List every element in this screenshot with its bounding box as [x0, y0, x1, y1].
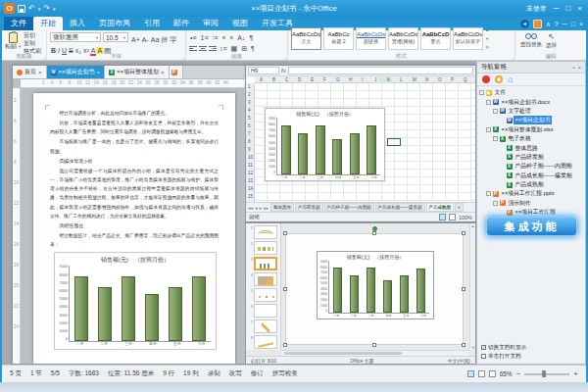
slide-thumbnail-6[interactable]: [254, 304, 277, 318]
vertical-ruler[interactable]: 24681012141618202224: [13, 88, 21, 364]
menu-tab-审阅[interactable]: 审阅: [196, 17, 225, 30]
tree-expander-icon[interactable]: −: [486, 100, 491, 105]
sheet-tab-整体思路[interactable]: 整体思路: [270, 203, 294, 212]
row-header-14[interactable]: 14: [248, 186, 253, 191]
row-header-1[interactable]: 1: [248, 84, 251, 89]
selection-handle[interactable]: [283, 343, 287, 347]
shading-icon[interactable]: ▦: [230, 44, 239, 53]
undo-dropdown-icon[interactable]: ▾: [38, 4, 41, 14]
slide-thumbnail-7[interactable]: [254, 319, 277, 333]
align-left-icon[interactable]: [189, 45, 197, 52]
row-header-15[interactable]: 15: [248, 194, 253, 199]
selection-handle[interactable]: [283, 287, 287, 291]
app-logo-icon[interactable]: O: [4, 3, 15, 14]
sheet-nav-icon[interactable]: ◂: [255, 205, 258, 211]
line-spacing-icon[interactable]: ↕≡: [219, 44, 228, 53]
doc-tab-首页[interactable]: 首页×: [13, 66, 47, 78]
selection-handle[interactable]: [372, 343, 376, 347]
column-headers[interactable]: ABCDEFGHIJKLMNOPQ: [255, 76, 475, 83]
column-header-L[interactable]: L: [400, 77, 403, 82]
collapse-ribbon-icon[interactable]: ∧: [546, 20, 551, 28]
tree-expander-icon[interactable]: −: [486, 191, 491, 196]
ppt-vertical-scrollbar[interactable]: ▲▼: [469, 223, 475, 350]
tree-item[interactable]: −P××项目工作汇报.pptx: [479, 189, 585, 198]
tree-expander-icon[interactable]: −: [493, 109, 498, 114]
app-store-icon[interactable]: [533, 20, 542, 28]
clipboard-dialog-launcher-icon[interactable]: ⌟: [43, 54, 45, 60]
slide-thumbnail-4[interactable]: [254, 272, 277, 286]
checkbox[interactable]: [481, 354, 486, 359]
tree-item[interactable]: −▣文件: [479, 88, 585, 97]
column-header-M[interactable]: M: [413, 77, 416, 82]
home-icon[interactable]: ⌂: [508, 75, 513, 83]
web-layout-view-icon[interactable]: [478, 370, 485, 377]
formula-input[interactable]: [288, 67, 473, 74]
row-headers[interactable]: 123456789101112131415: [246, 83, 255, 202]
tree-item[interactable]: −W××项目企划书.docx: [479, 97, 585, 106]
gallery-scroll-icon[interactable]: ≡: [486, 45, 489, 50]
cell-name-box[interactable]: H9: [248, 67, 279, 74]
zoom-slider[interactable]: [524, 373, 569, 375]
shrink-font-icon[interactable]: A-: [141, 36, 150, 43]
sheet-nav-icon[interactable]: ▸▸: [264, 205, 269, 211]
help-icon[interactable]: ?: [555, 20, 559, 28]
paste-button[interactable]: 粘贴▾: [5, 32, 21, 50]
row-header-7[interactable]: 7: [248, 131, 251, 136]
status-item[interactable]: 拼写检查: [272, 369, 298, 378]
sheet-nav-icon[interactable]: ▸: [260, 205, 263, 211]
doc-minimize-icon[interactable]: ─: [563, 20, 567, 28]
undo-icon[interactable]: ↶: [28, 4, 35, 14]
row-header-13[interactable]: 13: [248, 178, 253, 183]
style-card-标题 2[interactable]: AaBbCc标题 2: [323, 27, 354, 50]
row-header-6[interactable]: 6: [248, 123, 251, 128]
pinyin-icon[interactable]: 拼: [160, 36, 169, 43]
row-header-11[interactable]: 11: [248, 163, 253, 168]
record-icon[interactable]: [482, 75, 490, 83]
tree-item[interactable]: −W文字处理: [479, 107, 585, 116]
minimize-button[interactable]: ─: [554, 4, 560, 14]
excel-zoom-level[interactable]: 100%: [459, 215, 472, 220]
select-button[interactable]: ↖ 选择: [546, 33, 557, 49]
doc-tab-××项目企划书[interactable]: W××项目企划书×: [47, 66, 106, 78]
row-header-5[interactable]: 5: [248, 116, 251, 121]
zoom-slider-thumb[interactable]: [542, 370, 546, 377]
align-right-icon[interactable]: [209, 45, 217, 52]
tree-item[interactable]: W××项目企划书: [479, 116, 585, 124]
selection-handle[interactable]: [462, 287, 466, 291]
spreadsheet-grid[interactable]: 销售额(元) （按照月份）900080007000600050004000300…: [255, 83, 475, 202]
status-item[interactable]: 修订: [251, 369, 264, 378]
tree-expander-icon[interactable]: −: [493, 136, 498, 141]
sheet-nav-icon[interactable]: ◂◂: [248, 205, 253, 211]
doc-close-icon[interactable]: ×: [579, 20, 583, 28]
selection-handle[interactable]: [372, 231, 376, 235]
document-page[interactable]: 经过市场调查分析，由此总结归纳出市场推广的重点。目前，市场渠道覆盖需要投入大量人…: [33, 93, 235, 364]
column-header-N[interactable]: N: [425, 77, 428, 82]
char-style-icon[interactable]: 字: [169, 36, 177, 43]
tab-close-icon[interactable]: ×: [161, 70, 165, 75]
menu-tab-开始[interactable]: 开始: [33, 17, 63, 30]
zoom-out-icon[interactable]: −: [516, 370, 521, 378]
back-icon[interactable]: ◂: [520, 20, 529, 28]
rotate-handle[interactable]: [372, 226, 377, 231]
styles-gallery-scroll[interactable]: ▴▾≡: [485, 27, 490, 50]
multilevel-list-icon[interactable]: ∶≡: [212, 33, 220, 42]
redo-icon[interactable]: ↷: [43, 4, 50, 14]
ppt-embedded-chart[interactable]: 销售额(元) （按照月份）900080007000600050004000300…: [317, 251, 434, 319]
excel-embedded-chart[interactable]: 销售额(元) （按照月份）900080007000600050004000300…: [265, 108, 385, 181]
column-header-C[interactable]: C: [285, 77, 288, 82]
integrate-features-button[interactable]: 集成功能: [486, 217, 577, 236]
grow-font-icon[interactable]: A+: [130, 36, 141, 43]
doc-tab-××项目整体规划[interactable]: X××项目整体规划×: [105, 66, 170, 78]
status-item[interactable]: 改写: [229, 369, 242, 378]
checkbox-checked[interactable]: ✓: [481, 345, 486, 350]
zoom-in-icon[interactable]: +: [573, 370, 578, 378]
doc-tab-××项目工作汇报[interactable]: P: [170, 66, 183, 78]
column-header-P[interactable]: P: [451, 77, 454, 82]
row-header-2[interactable]: 2: [248, 92, 251, 97]
login-status[interactable]: 未登录: [526, 4, 547, 14]
column-header-Q[interactable]: Q: [464, 77, 467, 82]
font-dialog-launcher-icon[interactable]: ⌟: [182, 54, 184, 60]
row-header-12[interactable]: 12: [248, 171, 253, 175]
doc-restore-icon[interactable]: □: [571, 20, 575, 28]
scrollbar-thumb[interactable]: [284, 352, 402, 355]
